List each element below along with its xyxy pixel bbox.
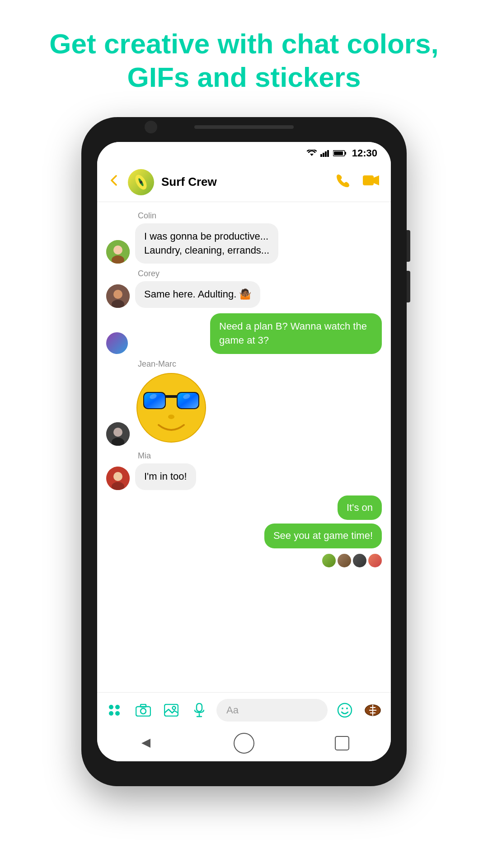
- svg-point-44: [346, 708, 348, 709]
- bubble-see-you: See you at game time!: [264, 524, 382, 548]
- avatar-mia: [106, 467, 130, 490]
- message-group-corey: Corey Same here. Adulting. 🤷🏾: [106, 269, 382, 308]
- svg-marker-51: [141, 739, 150, 748]
- camera-button[interactable]: [132, 699, 154, 721]
- svg-rect-3: [325, 151, 327, 157]
- phone-screen: 12:30 Surf Crew: [97, 142, 391, 761]
- avatar-jean: [106, 422, 130, 446]
- message-row-me1: Need a plan B? Wanna watch the game at 3…: [106, 313, 382, 354]
- phone-mockup: 12:30 Surf Crew: [81, 117, 407, 786]
- nav-back-button[interactable]: [132, 734, 160, 752]
- svg-point-14: [113, 245, 122, 255]
- nav-home-button[interactable]: [230, 734, 258, 752]
- messages-area[interactable]: Colin I was gonna be productive...Laundr…: [97, 202, 391, 692]
- bottom-nav: [97, 728, 391, 761]
- sender-name-corey: Corey: [138, 269, 382, 278]
- read-avatar-1: [322, 554, 336, 567]
- avatar-corey: [106, 284, 130, 308]
- signal-icon: [320, 150, 329, 157]
- football-button[interactable]: [362, 699, 384, 721]
- svg-rect-39: [197, 703, 202, 712]
- phone-call-button[interactable]: [336, 173, 351, 192]
- svg-point-32: [113, 472, 122, 481]
- nav-recents-button[interactable]: [328, 734, 356, 752]
- volume-down-button: [407, 271, 410, 302]
- back-button[interactable]: [108, 174, 121, 190]
- status-time: 12:30: [352, 147, 377, 159]
- svg-point-35: [141, 708, 146, 714]
- message-input[interactable]: Aa: [216, 699, 328, 722]
- sender-name-jean: Jean-Marc: [138, 359, 382, 369]
- wifi-icon: [307, 150, 317, 157]
- svg-point-10: [140, 181, 142, 184]
- svg-point-30: [168, 415, 174, 419]
- svg-point-17: [113, 290, 122, 299]
- read-avatars: [322, 554, 382, 567]
- svg-rect-11: [363, 175, 374, 185]
- more-options-button[interactable]: [104, 699, 126, 721]
- bubble-corey: Same here. Adulting. 🤷🏾: [135, 281, 260, 308]
- svg-marker-0: [310, 154, 314, 156]
- message-row-colin: I was gonna be productive...Laundry, cle…: [106, 223, 382, 264]
- avatar-me1: [106, 332, 128, 354]
- svg-point-43: [342, 708, 343, 709]
- chat-name: Surf Crew: [161, 175, 328, 189]
- message-row-corey: Same here. Adulting. 🤷🏾: [106, 281, 382, 308]
- svg-rect-36: [141, 704, 146, 707]
- message-row-me2: It's on See you at game time!: [106, 495, 382, 568]
- read-avatar-4: [368, 554, 382, 567]
- read-avatar-3: [353, 554, 366, 567]
- message-group-mia: Mia I'm in too!: [106, 451, 382, 490]
- svg-rect-7: [334, 151, 343, 155]
- outgoing-stack-me2: It's on See you at game time!: [106, 495, 382, 568]
- svg-point-38: [173, 706, 176, 709]
- chat-header: Surf Crew: [97, 163, 391, 202]
- input-bar: Aa: [97, 692, 391, 728]
- read-avatar-2: [338, 554, 351, 567]
- svg-point-20: [113, 428, 122, 437]
- emoji-button[interactable]: [334, 699, 356, 721]
- video-call-button[interactable]: [362, 173, 380, 192]
- message-group-colin: Colin I was gonna be productive...Laundr…: [106, 211, 382, 264]
- message-row-jean: [106, 372, 382, 446]
- microphone-button[interactable]: [188, 699, 210, 721]
- group-avatar: [128, 169, 154, 195]
- svg-point-42: [338, 703, 352, 717]
- svg-marker-12: [374, 175, 379, 185]
- svg-rect-2: [323, 153, 324, 157]
- svg-rect-1: [320, 154, 322, 157]
- status-icons: [307, 150, 347, 157]
- bubble-mia: I'm in too!: [135, 463, 196, 490]
- volume-up-button: [407, 230, 410, 262]
- bubble-its-on: It's on: [338, 495, 382, 520]
- battery-icon: [333, 150, 347, 157]
- bubble-colin: I was gonna be productive...Laundry, cle…: [135, 223, 278, 264]
- sender-name-mia: Mia: [138, 451, 382, 461]
- message-row-mia: I'm in too!: [106, 463, 382, 490]
- outgoing-stack-me1: Need a plan B? Wanna watch the game at 3…: [133, 313, 382, 354]
- header-actions: [336, 173, 380, 192]
- sender-name-colin: Colin: [138, 211, 382, 221]
- svg-rect-37: [164, 704, 178, 716]
- page-title: Get creative with chat colors, GIFs and …: [0, 0, 488, 113]
- svg-rect-4: [327, 150, 329, 157]
- message-group-me1: Need a plan B? Wanna watch the game at 3…: [106, 313, 382, 354]
- gallery-button[interactable]: [160, 699, 182, 721]
- status-bar: 12:30: [97, 142, 391, 163]
- bubble-me1: Need a plan B? Wanna watch the game at 3…: [210, 313, 382, 354]
- message-group-jean: Jean-Marc: [106, 359, 382, 446]
- sticker-jean: [135, 372, 207, 446]
- svg-rect-6: [345, 152, 346, 155]
- message-group-me2: It's on See you at game time!: [106, 495, 382, 568]
- avatar-colin: [106, 240, 130, 264]
